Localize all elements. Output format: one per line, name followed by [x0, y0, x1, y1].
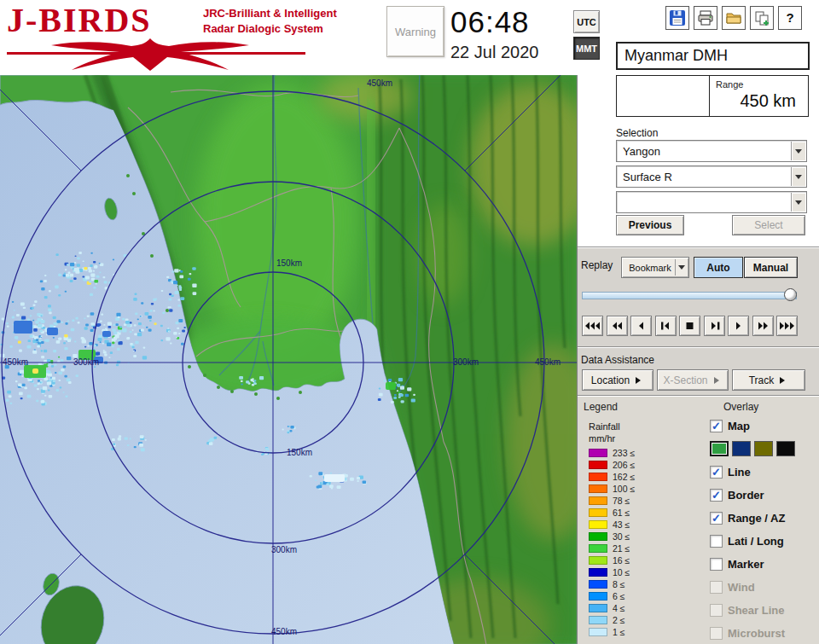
selection-label: Selection: [616, 127, 658, 139]
product-combobox[interactable]: Surface R: [616, 165, 807, 188]
legend-value: 43 ≤: [613, 519, 630, 530]
arrow-right-icon: [780, 377, 788, 384]
jbirds-window: J-BIRDS JRC-Brilliant & Intelligent Rada…: [0, 0, 819, 644]
overlay-item-border[interactable]: ✓Border: [710, 487, 817, 503]
range-value: 450 km: [740, 91, 796, 111]
overlay-item-line[interactable]: ✓Line: [710, 464, 817, 480]
map-color-swatch[interactable]: [754, 441, 773, 456]
legend-value: 78 ≤: [613, 496, 630, 506]
warning-label: Warning: [395, 26, 436, 38]
map-color-swatch[interactable]: [776, 441, 795, 456]
location-button-label: Location: [591, 374, 630, 386]
legend-row: 43 ≤: [589, 520, 665, 529]
map-color-swatch[interactable]: [710, 441, 729, 456]
stop-button[interactable]: [679, 316, 700, 336]
range-label: Range: [716, 79, 743, 90]
ring-label: 450km: [3, 357, 28, 367]
checkbox: [710, 604, 723, 617]
replay-slider-track[interactable]: [582, 292, 797, 299]
export-button[interactable]: [750, 6, 774, 30]
help-button[interactable]: ?: [778, 6, 802, 30]
range-box-divider: [709, 76, 710, 116]
playback-controls: [582, 316, 798, 336]
legend-color-swatch: [589, 604, 607, 612]
divider: [578, 395, 819, 397]
overlay-label: Lati / Long: [728, 535, 784, 548]
overlay-item-map[interactable]: ✓Map: [710, 418, 817, 434]
checkbox[interactable]: [710, 535, 723, 548]
forward-1-button[interactable]: [728, 316, 749, 336]
save-button[interactable]: [665, 6, 689, 30]
step-end-button[interactable]: [704, 316, 725, 336]
legend-value: 206 ≤: [613, 460, 635, 470]
open-folder-icon: [724, 9, 743, 27]
rewind-1-icon: [634, 322, 648, 330]
step-start-icon: [659, 322, 673, 330]
warning-indicator[interactable]: Warning: [386, 6, 444, 57]
legend-row: 61 ≤: [589, 508, 665, 517]
open-folder-button[interactable]: [722, 6, 746, 30]
rewind-3-button[interactable]: [582, 316, 603, 336]
legend-row: 78 ≤: [589, 496, 665, 505]
checkbox[interactable]: ✓: [710, 512, 723, 525]
combobox-dropdown-button[interactable]: [791, 193, 805, 212]
ring-label: 300km: [453, 357, 479, 367]
track-button[interactable]: Track: [732, 369, 805, 391]
site-combobox-value: Yangon: [623, 145, 660, 158]
legend-color-swatch: [589, 592, 607, 600]
auto-mode-button[interactable]: Auto: [694, 257, 743, 278]
legend-row: 10 ≤: [589, 568, 665, 577]
combobox-dropdown-button[interactable]: [791, 167, 805, 186]
forward-3-button[interactable]: [776, 316, 798, 336]
header-bar: J-BIRDS JRC-Brilliant & Intelligent Rada…: [0, 0, 819, 75]
checkbox[interactable]: ✓: [710, 489, 723, 502]
manual-mode-button[interactable]: Manual: [744, 257, 798, 278]
forward-2-button[interactable]: [752, 316, 774, 336]
toolbar: ?: [665, 6, 802, 30]
legend-row: 16 ≤: [589, 556, 665, 565]
rewind-1-button[interactable]: [630, 316, 652, 336]
replay-slider-thumb[interactable]: [784, 288, 797, 301]
location-button[interactable]: Location: [582, 369, 653, 391]
legend-color-swatch: [589, 568, 607, 577]
checkbox: [710, 581, 723, 594]
overlay-item-range-az[interactable]: ✓Range / AZ: [710, 510, 817, 526]
rewind-3-icon: [585, 322, 600, 330]
legend-value: 10 ≤: [613, 567, 630, 577]
checkbox[interactable]: ✓: [710, 466, 723, 479]
legend-row: 162 ≤: [589, 473, 665, 481]
legend-color-swatch: [589, 580, 607, 589]
mmt-button[interactable]: MMT: [573, 37, 600, 60]
ring-label: 450km: [535, 357, 561, 367]
legend-value: 61 ≤: [613, 508, 630, 518]
radar-map[interactable]: 450km150km150km300km450km450km300km300km…: [0, 75, 577, 644]
previous-button[interactable]: Previous: [616, 215, 684, 235]
legend-value: 2 ≤: [613, 615, 625, 625]
legend-row: 8 ≤: [589, 580, 665, 589]
step-end-icon: [707, 322, 722, 330]
legend-value: 6 ≤: [613, 591, 625, 601]
select-button[interactable]: Select: [732, 215, 805, 235]
bookmark-dropdown-button[interactable]: [675, 259, 687, 276]
checkbox[interactable]: ✓: [710, 420, 723, 432]
forward-2-icon: [756, 322, 770, 330]
x-section-button-label: X-Section: [663, 374, 707, 386]
legend-color-swatch: [589, 544, 607, 553]
rewind-2-button[interactable]: [607, 316, 628, 336]
print-button[interactable]: [694, 6, 717, 30]
site-combobox[interactable]: Yangon: [616, 140, 807, 162]
map-color-swatch[interactable]: [732, 441, 751, 456]
legend-row: 21 ≤: [589, 544, 665, 553]
overlay-item-marker[interactable]: Marker: [710, 556, 817, 572]
utc-button[interactable]: UTC: [573, 10, 600, 33]
replay-label: Replay: [581, 259, 613, 271]
step-start-button[interactable]: [655, 316, 677, 336]
overlay-item-lati-long[interactable]: Lati / Long: [710, 533, 817, 549]
option-combobox[interactable]: [616, 191, 807, 213]
clock-time: 06:48: [450, 5, 530, 39]
legend-value: 21 ≤: [613, 543, 630, 554]
combobox-dropdown-button[interactable]: [791, 142, 805, 160]
range-box: Range 450 km: [616, 75, 809, 117]
bookmark-button[interactable]: Bookmark: [621, 257, 689, 278]
checkbox[interactable]: [710, 558, 723, 571]
